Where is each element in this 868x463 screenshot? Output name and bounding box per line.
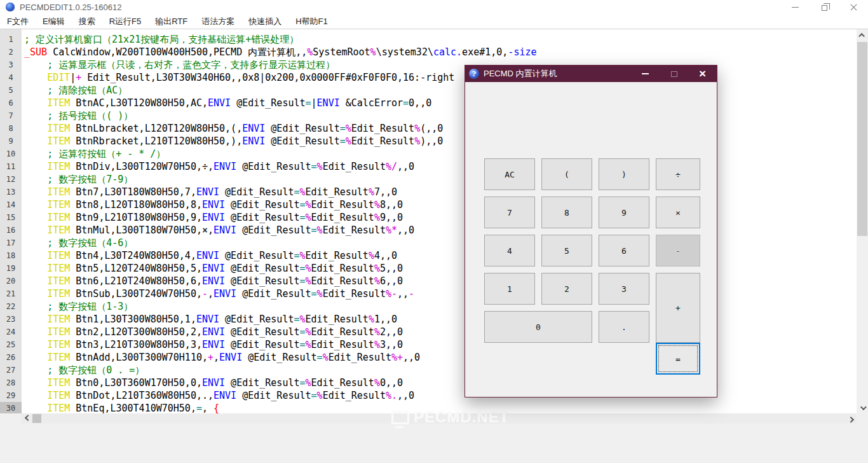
code-line-12[interactable]: ; 数字按钮（7-9） [24, 173, 857, 186]
code-token: Btn7,L30T180W80H50,7, [70, 186, 196, 198]
close-button[interactable] [839, 0, 868, 14]
menu-item-3[interactable]: R运行F5 [102, 16, 149, 27]
code-line-22[interactable]: ; 数字按钮（1-3） [24, 300, 857, 313]
calc-button-rbracket[interactable]: ) [599, 158, 649, 190]
code-line-13[interactable]: ITEM Btn7,L30T180W80H50,7,ENVI @Edit_Res… [24, 186, 857, 198]
minimize-button[interactable] [780, 0, 810, 14]
calc-button-9[interactable]: 9 [599, 197, 649, 228]
calculator-window-controls: × [631, 66, 717, 82]
calculator-close-button[interactable]: × [688, 66, 717, 82]
scroll-right-button[interactable] [846, 413, 857, 424]
calc-button-5[interactable]: 5 [541, 235, 592, 266]
code-token: Btn6,L210T240W80H50,6, [70, 275, 202, 287]
menu-item-7[interactable]: H帮助F1 [288, 16, 335, 27]
scroll-up-button[interactable] [857, 29, 868, 41]
code-token: ,,0 [403, 352, 420, 363]
code-line-24[interactable]: ITEM Btn2,L120T300W80H50,2,ENVI @Edit_Re… [24, 326, 857, 338]
menu-item-0[interactable]: F文件 [0, 16, 36, 27]
code-token: % [307, 46, 313, 58]
calc-button-4[interactable]: 4 [484, 235, 535, 266]
code-token: Edit_Result [311, 263, 374, 274]
menu-item-4[interactable]: 输出RTF [148, 16, 194, 27]
calc-button-add[interactable]: + [656, 273, 700, 343]
vertical-scrollbar-thumb[interactable] [857, 42, 867, 236]
calc-button-dot[interactable]: . [599, 311, 649, 343]
menu-item-2[interactable]: 搜索 [72, 16, 102, 27]
menu-item-5[interactable]: 语法方案 [194, 16, 241, 27]
code-token: | [311, 97, 317, 109]
calc-button-7[interactable]: 7 [484, 197, 535, 228]
calc-button-lbracket[interactable]: ( [541, 158, 592, 190]
calc-button-mul[interactable]: × [656, 197, 700, 228]
code-token: % [369, 250, 374, 261]
scroll-left-button[interactable] [22, 413, 32, 424]
code-line-16[interactable]: ITEM BtnMul,L300T180W70H50,×,ENVI @Edit_… [24, 224, 857, 237]
code-token: % [317, 225, 323, 236]
code-editor[interactable]: 1234567891011121314151617181920212223242… [0, 29, 857, 413]
calc-button-div[interactable]: ÷ [656, 158, 700, 190]
calculator-minimize-button[interactable] [631, 66, 660, 82]
code-line-25[interactable]: ITEM Btn3,L210T300W80H50,3,ENVI @Edit_Re… [24, 338, 857, 351]
menu-item-1[interactable]: E编辑 [36, 16, 72, 27]
code-area[interactable]: ; 定义计算机窗口（21x21按键布局，支持基础运算+错误处理）_SUB Cal… [22, 29, 857, 413]
calc-button-sub[interactable]: - [656, 235, 700, 266]
code-line-1[interactable]: ; 定义计算机窗口（21x21按键布局，支持基础运算+错误处理） [24, 33, 857, 46]
code-line-6[interactable]: ITEM BtnAC,L30T120W80H50,AC,ENVI @Edit_R… [24, 97, 857, 109]
calc-button-6[interactable]: 6 [599, 235, 649, 266]
code-line-21[interactable]: ITEM BtnSub,L300T240W70H50,-,ENVI @Edit_… [24, 287, 857, 300]
code-line-15[interactable]: ITEM Btn9,L210T180W80H50,9,ENVI @Edit_Re… [24, 211, 857, 224]
code-line-28[interactable]: ITEM Btn0,L30T360W170H50,0,ENVI @Edit_Re… [24, 377, 857, 389]
code-line-10[interactable]: ; 运算符按钮（+ - * /） [24, 148, 857, 160]
code-token: % [374, 377, 380, 389]
calculator-maximize-button[interactable] [660, 66, 688, 82]
code-token: % [317, 161, 323, 172]
code-token: % [306, 326, 311, 338]
code-line-20[interactable]: ITEM Btn6,L210T240W80H50,6,ENVI @Edit_Re… [24, 275, 857, 287]
calc-button-ac[interactable]: AC [484, 158, 535, 190]
code-token: Btn0,L30T360W170H50,0, [70, 377, 202, 389]
vertical-scrollbar[interactable] [857, 29, 868, 413]
code-line-7[interactable]: ; 括号按钮（( )） [24, 109, 857, 122]
restore-button[interactable] [810, 0, 839, 14]
code-token [24, 301, 47, 312]
calc-button-3[interactable]: 3 [599, 273, 649, 305]
code-line-9[interactable]: ITEM BtnRbracket,L210T120W80H50,),ENVI @… [24, 135, 857, 148]
code-line-27[interactable]: ; 数字按钮（0 . =） [24, 364, 857, 377]
scroll-down-button[interactable] [857, 402, 868, 413]
code-line-19[interactable]: ITEM Btn5,L120T240W80H50,5,ENVI @Edit_Re… [24, 262, 857, 275]
code-line-30[interactable]: ITEM BtnEq,L300T410W70H50,=, { [24, 402, 857, 413]
code-line-3[interactable]: ; 运算显示框（只读，右对齐，蓝色文字，支持多行显示运算过程） [24, 59, 857, 71]
code-token: % [369, 314, 374, 325]
code-line-2[interactable]: _SUB CalcWindow,W200T100W400H500,PECMD 内… [24, 46, 857, 59]
code-token: @Edit_Result [242, 352, 316, 363]
code-line-14[interactable]: ITEM Btn8,L120T180W80H50,8,ENVI @Edit_Re… [24, 198, 857, 211]
calc-button-eq[interactable]: = [656, 343, 700, 375]
code-token: ENVI [214, 288, 236, 300]
code-token [24, 161, 47, 172]
horizontal-scrollbar-thumb[interactable] [32, 414, 41, 423]
code-line-4[interactable]: EDIT|+ Edit_Result,L30T30W340H60,,0x8|0x… [24, 71, 857, 84]
code-token: %+ [391, 352, 403, 363]
code-line-23[interactable]: ITEM Btn1,L30T300W80H50,1,ENVI @Edit_Res… [24, 313, 857, 326]
calc-result-display[interactable] [484, 101, 700, 139]
code-line-17[interactable]: ; 数字按钮（4-6） [24, 237, 857, 249]
code-token: % [306, 263, 311, 274]
code-line-18[interactable]: ITEM Btn4,L30T240W80H50,4,ENVI @Edit_Res… [24, 249, 857, 262]
horizontal-scrollbar[interactable] [22, 413, 857, 424]
calc-button-0[interactable]: 0 [484, 311, 592, 343]
pecmdedit-app: { "window": { "title": "PECMDEDIT1.0.25-… [0, 0, 868, 463]
code-line-11[interactable]: ITEM BtnDiv,L300T120W70H50,÷,ENVI @Edit_… [24, 160, 857, 173]
code-token: % [374, 212, 380, 223]
code-token: SystemRoot [313, 46, 370, 58]
code-token: ENVI [242, 135, 265, 147]
calc-button-2[interactable]: 2 [541, 273, 592, 305]
code-line-26[interactable]: ITEM BtnAdd,L300T300W70H110,+,ENVI @Edit… [24, 351, 857, 364]
calculator-titlebar[interactable]: ? PECMD 内置计算机 × [465, 66, 717, 82]
calc-button-8[interactable]: 8 [541, 197, 592, 228]
code-line-29[interactable]: ITEM BtnDot,L210T360W80H50,.,ENVI @Edit_… [24, 389, 857, 402]
code-line-5[interactable]: ; 清除按钮（AC） [24, 84, 857, 97]
code-token: = [300, 199, 306, 211]
code-line-8[interactable]: ITEM BtnLbracket,L120T120W80H50,(,ENVI @… [24, 122, 857, 135]
calc-button-1[interactable]: 1 [484, 273, 535, 305]
menu-item-6[interactable]: 快速插入 [241, 16, 288, 27]
